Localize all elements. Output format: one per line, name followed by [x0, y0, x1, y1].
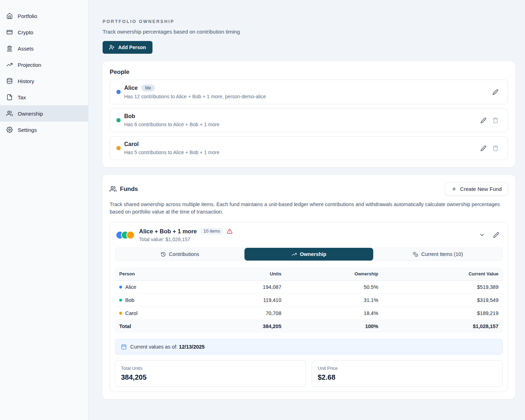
sidebar-item-label: Projection: [18, 62, 41, 68]
person-dot: [116, 118, 121, 122]
sidebar-item-history[interactable]: History: [0, 73, 88, 89]
edit-icon: [492, 89, 498, 95]
ownership-table: Person Units Ownership Current Value Ali…: [115, 267, 503, 333]
person-description: Has 5 contributions to Alice + Bob + 1 m…: [124, 150, 477, 155]
fund-item: Alice + Bob + 1 more 10 items Total valu…: [110, 222, 508, 392]
table-row: Alice 194,087 50.5% $519,389: [115, 281, 503, 294]
edit-icon: [480, 145, 486, 151]
edit-person-button[interactable]: [477, 114, 489, 126]
page-subtitle: Track ownership percentages based on con…: [103, 29, 515, 35]
sidebar-item-label: Settings: [18, 127, 37, 133]
funds-card: Funds Create New Fund Track shared owner…: [103, 175, 515, 399]
home-icon: [6, 13, 13, 19]
sidebar-item-assets[interactable]: Assets: [0, 40, 88, 57]
as-of-label: Current values as of:: [130, 344, 178, 350]
edit-fund-button[interactable]: [490, 229, 502, 241]
funds-description: Track shared ownership across multiple i…: [110, 201, 508, 216]
sidebar-item-ownership[interactable]: Ownership: [0, 105, 88, 122]
fund-avatars: [116, 231, 135, 239]
tab-contributions[interactable]: Contributions: [115, 248, 244, 261]
users-icon: [6, 110, 13, 117]
table-total-row: Total 384,205 100% $1,028,157: [115, 320, 503, 333]
create-new-fund-button[interactable]: Create New Fund: [445, 182, 508, 196]
credit-card-icon: [6, 29, 13, 35]
plus-icon: [451, 186, 457, 192]
coins-icon: [413, 252, 418, 257]
user-plus-icon: [109, 45, 115, 50]
edit-icon: [480, 117, 486, 123]
person-row-carol: Carol Has 5 contributions to Alice + Bob…: [110, 136, 508, 160]
as-of-banner: Current values as of: 12/13/2025: [115, 339, 503, 355]
delete-person-button[interactable]: [489, 142, 501, 154]
person-description: Has 12 contributions to Alice + Bob + 1 …: [124, 94, 489, 99]
people-card-title: People: [110, 69, 508, 76]
person-row-alice: Alice Me Has 12 contributions to Alice +…: [110, 80, 508, 104]
as-of-date: 12/13/2025: [179, 344, 205, 350]
people-card: People Alice Me Has 12 contributions to …: [103, 62, 515, 167]
database-icon: [6, 78, 13, 84]
col-current-value: Current Value: [382, 267, 503, 281]
document-icon: [6, 94, 13, 100]
avatar: [126, 231, 135, 239]
col-units: Units: [231, 267, 285, 281]
person-name: Bob: [124, 113, 135, 119]
sidebar-item-label: Ownership: [18, 111, 43, 117]
gear-icon: [6, 127, 13, 133]
col-ownership: Ownership: [285, 267, 382, 281]
warning-icon: [227, 228, 232, 234]
delete-icon: [492, 145, 498, 151]
person-name: Carol: [124, 141, 139, 147]
person-dot: [116, 90, 121, 94]
stat-label: Total Units: [121, 366, 300, 371]
sidebar-item-label: Tax: [18, 94, 26, 100]
person-dot: [119, 299, 122, 302]
calendar-icon: [121, 344, 127, 350]
sidebar: Portfolio Crypto Assets Projection Histo…: [0, 0, 88, 420]
fund-tab-bar: Contributions Ownership Current Items (1…: [115, 247, 503, 261]
delete-person-button[interactable]: [489, 114, 501, 126]
person-description: Has 6 contributions to Alice + Bob + 1 m…: [124, 122, 477, 127]
sidebar-item-settings[interactable]: Settings: [0, 122, 88, 138]
total-units-stat: Total Units 384,205: [115, 360, 306, 387]
me-badge: Me: [141, 84, 155, 92]
person-name: Alice: [124, 85, 138, 91]
sidebar-item-crypto[interactable]: Crypto: [0, 24, 88, 40]
chevron-down-icon: [479, 232, 485, 238]
sidebar-item-label: Crypto: [18, 29, 33, 35]
funds-title: Funds: [120, 186, 138, 193]
collapse-fund-button[interactable]: [476, 229, 488, 241]
sidebar-item-tax[interactable]: Tax: [0, 89, 88, 105]
stat-label: Unit Price: [318, 366, 497, 371]
table-row: Bob 119,410 31.1% $319,549: [115, 294, 503, 307]
sidebar-item-label: History: [18, 78, 34, 84]
edit-icon: [493, 232, 499, 238]
edit-person-button[interactable]: [489, 86, 501, 98]
sidebar-item-projection[interactable]: Projection: [0, 57, 88, 73]
delete-icon: [492, 117, 498, 123]
sidebar-item-label: Portfolio: [18, 13, 37, 19]
sidebar-item-portfolio[interactable]: Portfolio: [0, 8, 88, 24]
fund-items-badge: 10 items: [200, 228, 223, 235]
table-row: Carol 70,708 18.4% $189,219: [115, 307, 503, 320]
edit-person-button[interactable]: [477, 142, 489, 154]
bank-icon: [6, 45, 13, 52]
add-person-button[interactable]: Add Person: [103, 41, 152, 54]
tab-current-items[interactable]: Current Items (10): [373, 248, 502, 261]
stat-value: 384,205: [121, 373, 300, 381]
person-dot: [119, 286, 122, 288]
main-content: PORTFOLIO OWNERSHIP Track ownership perc…: [88, 0, 525, 420]
stat-value: $2.68: [318, 373, 497, 381]
person-dot: [116, 146, 121, 150]
person-dot: [119, 312, 122, 315]
trending-up-icon: [6, 62, 13, 68]
history-icon: [161, 252, 166, 257]
unit-price-stat: Unit Price $2.68: [312, 360, 503, 387]
page-title: PORTFOLIO OWNERSHIP: [103, 19, 515, 24]
users-icon: [110, 186, 116, 192]
col-person: Person: [115, 267, 231, 281]
person-row-bob: Bob Has 6 contributions to Alice + Bob +…: [110, 108, 508, 132]
tab-ownership[interactable]: Ownership: [244, 248, 374, 261]
trending-up-icon: [292, 252, 297, 257]
fund-name: Alice + Bob + 1 more: [139, 228, 197, 235]
sidebar-item-label: Assets: [18, 46, 34, 52]
